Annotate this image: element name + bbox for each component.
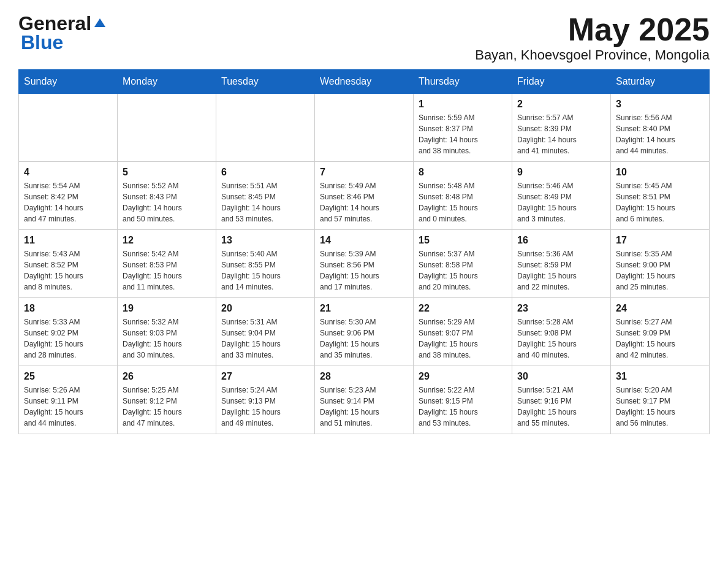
calendar-day-cell: 23Sunrise: 5:28 AM Sunset: 9:08 PM Dayli… (512, 298, 611, 366)
day-number: 25 (24, 371, 112, 382)
calendar-day-cell: 16Sunrise: 5:36 AM Sunset: 8:59 PM Dayli… (512, 230, 611, 298)
day-info: Sunrise: 5:39 AM Sunset: 8:56 PM Dayligh… (320, 248, 408, 293)
day-number: 16 (517, 235, 605, 246)
calendar-day-cell (216, 94, 315, 162)
day-info: Sunrise: 5:22 AM Sunset: 9:15 PM Dayligh… (419, 385, 507, 429)
day-info: Sunrise: 5:21 AM Sunset: 9:16 PM Dayligh… (517, 385, 605, 429)
calendar-day-cell (315, 94, 414, 162)
calendar-weekday-header: Thursday (414, 70, 512, 94)
calendar-day-cell: 24Sunrise: 5:27 AM Sunset: 9:09 PM Dayli… (611, 298, 710, 366)
day-number: 17 (616, 235, 704, 246)
calendar-day-cell: 26Sunrise: 5:25 AM Sunset: 9:12 PM Dayli… (118, 366, 216, 434)
day-info: Sunrise: 5:25 AM Sunset: 9:12 PM Dayligh… (123, 385, 211, 429)
day-info: Sunrise: 5:40 AM Sunset: 8:55 PM Dayligh… (221, 248, 309, 293)
day-info: Sunrise: 5:49 AM Sunset: 8:46 PM Dayligh… (320, 180, 408, 224)
day-info: Sunrise: 5:33 AM Sunset: 9:02 PM Dayligh… (24, 316, 112, 361)
day-info: Sunrise: 5:26 AM Sunset: 9:11 PM Dayligh… (24, 385, 112, 429)
calendar-day-cell: 2Sunrise: 5:57 AM Sunset: 8:39 PM Daylig… (512, 94, 611, 162)
calendar-weekday-header: Tuesday (216, 70, 315, 94)
day-info: Sunrise: 5:27 AM Sunset: 9:09 PM Dayligh… (616, 316, 704, 361)
day-info: Sunrise: 5:24 AM Sunset: 9:13 PM Dayligh… (221, 385, 309, 429)
calendar-day-cell: 13Sunrise: 5:40 AM Sunset: 8:55 PM Dayli… (216, 230, 315, 298)
calendar-week-row: 4Sunrise: 5:54 AM Sunset: 8:42 PM Daylig… (19, 162, 710, 230)
day-info: Sunrise: 5:31 AM Sunset: 9:04 PM Dayligh… (221, 316, 309, 361)
calendar-day-cell: 15Sunrise: 5:37 AM Sunset: 8:58 PM Dayli… (414, 230, 512, 298)
day-info: Sunrise: 5:56 AM Sunset: 8:40 PM Dayligh… (616, 112, 704, 156)
day-info: Sunrise: 5:45 AM Sunset: 8:51 PM Dayligh… (616, 180, 704, 224)
day-number: 29 (419, 371, 507, 382)
day-info: Sunrise: 5:54 AM Sunset: 8:42 PM Dayligh… (24, 180, 112, 224)
day-number: 26 (123, 371, 211, 382)
calendar-header-row: SundayMondayTuesdayWednesdayThursdayFrid… (19, 70, 710, 94)
logo-triangle-icon (93, 16, 107, 29)
calendar-day-cell: 14Sunrise: 5:39 AM Sunset: 8:56 PM Dayli… (315, 230, 414, 298)
day-info: Sunrise: 5:37 AM Sunset: 8:58 PM Dayligh… (419, 248, 507, 293)
calendar-day-cell: 21Sunrise: 5:30 AM Sunset: 9:06 PM Dayli… (315, 298, 414, 366)
day-number: 12 (123, 235, 211, 246)
day-info: Sunrise: 5:46 AM Sunset: 8:49 PM Dayligh… (517, 180, 605, 224)
day-info: Sunrise: 5:30 AM Sunset: 9:06 PM Dayligh… (320, 316, 408, 361)
calendar-day-cell: 30Sunrise: 5:21 AM Sunset: 9:16 PM Dayli… (512, 366, 611, 434)
calendar-day-cell: 5Sunrise: 5:52 AM Sunset: 8:43 PM Daylig… (118, 162, 216, 230)
calendar-day-cell: 25Sunrise: 5:26 AM Sunset: 9:11 PM Dayli… (19, 366, 118, 434)
calendar-week-row: 1Sunrise: 5:59 AM Sunset: 8:37 PM Daylig… (19, 94, 710, 162)
calendar-week-row: 11Sunrise: 5:43 AM Sunset: 8:52 PM Dayli… (19, 230, 710, 298)
calendar-table: SundayMondayTuesdayWednesdayThursdayFrid… (18, 69, 710, 434)
location-title: Bayan, Khoevsgoel Province, Mongolia (475, 47, 710, 63)
day-info: Sunrise: 5:42 AM Sunset: 8:53 PM Dayligh… (123, 248, 211, 293)
day-number: 31 (616, 371, 704, 382)
day-info: Sunrise: 5:52 AM Sunset: 8:43 PM Dayligh… (123, 180, 211, 224)
day-number: 7 (320, 167, 408, 178)
calendar-weekday-header: Wednesday (315, 70, 414, 94)
calendar-weekday-header: Sunday (19, 70, 118, 94)
day-number: 9 (517, 167, 605, 178)
day-info: Sunrise: 5:59 AM Sunset: 8:37 PM Dayligh… (419, 112, 507, 156)
calendar-day-cell: 19Sunrise: 5:32 AM Sunset: 9:03 PM Dayli… (118, 298, 216, 366)
day-number: 1 (419, 99, 507, 110)
day-info: Sunrise: 5:20 AM Sunset: 9:17 PM Dayligh… (616, 385, 704, 429)
day-info: Sunrise: 5:28 AM Sunset: 9:08 PM Dayligh… (517, 316, 605, 361)
calendar-day-cell: 12Sunrise: 5:42 AM Sunset: 8:53 PM Dayli… (118, 230, 216, 298)
day-info: Sunrise: 5:23 AM Sunset: 9:14 PM Dayligh… (320, 385, 408, 429)
calendar-day-cell: 3Sunrise: 5:56 AM Sunset: 8:40 PM Daylig… (611, 94, 710, 162)
day-number: 15 (419, 235, 507, 246)
day-number: 10 (616, 167, 704, 178)
calendar-day-cell: 10Sunrise: 5:45 AM Sunset: 8:51 PM Dayli… (611, 162, 710, 230)
day-number: 18 (24, 303, 112, 314)
day-number: 30 (517, 371, 605, 382)
calendar-day-cell: 11Sunrise: 5:43 AM Sunset: 8:52 PM Dayli… (19, 230, 118, 298)
calendar-weekday-header: Saturday (611, 70, 710, 94)
calendar-weekday-header: Friday (512, 70, 611, 94)
day-number: 20 (221, 303, 309, 314)
calendar-day-cell: 8Sunrise: 5:48 AM Sunset: 8:48 PM Daylig… (414, 162, 512, 230)
calendar-week-row: 18Sunrise: 5:33 AM Sunset: 9:02 PM Dayli… (19, 298, 710, 366)
calendar-day-cell: 1Sunrise: 5:59 AM Sunset: 8:37 PM Daylig… (414, 94, 512, 162)
day-number: 14 (320, 235, 408, 246)
title-section: May 2025 Bayan, Khoevsgoel Province, Mon… (475, 12, 710, 63)
day-number: 19 (123, 303, 211, 314)
day-info: Sunrise: 5:57 AM Sunset: 8:39 PM Dayligh… (517, 112, 605, 156)
day-info: Sunrise: 5:43 AM Sunset: 8:52 PM Dayligh… (24, 248, 112, 293)
calendar-day-cell: 9Sunrise: 5:46 AM Sunset: 8:49 PM Daylig… (512, 162, 611, 230)
day-number: 4 (24, 167, 112, 178)
day-number: 11 (24, 235, 112, 246)
calendar-day-cell: 27Sunrise: 5:24 AM Sunset: 9:13 PM Dayli… (216, 366, 315, 434)
calendar-day-cell: 17Sunrise: 5:35 AM Sunset: 9:00 PM Dayli… (611, 230, 710, 298)
calendar-day-cell: 31Sunrise: 5:20 AM Sunset: 9:17 PM Dayli… (611, 366, 710, 434)
calendar-day-cell: 28Sunrise: 5:23 AM Sunset: 9:14 PM Dayli… (315, 366, 414, 434)
calendar-day-cell: 29Sunrise: 5:22 AM Sunset: 9:15 PM Dayli… (414, 366, 512, 434)
day-number: 24 (616, 303, 704, 314)
calendar-week-row: 25Sunrise: 5:26 AM Sunset: 9:11 PM Dayli… (19, 366, 710, 434)
calendar-day-cell (19, 94, 118, 162)
calendar-day-cell: 4Sunrise: 5:54 AM Sunset: 8:42 PM Daylig… (19, 162, 118, 230)
calendar-day-cell (118, 94, 216, 162)
svg-marker-0 (94, 18, 105, 27)
day-number: 3 (616, 99, 704, 110)
day-info: Sunrise: 5:36 AM Sunset: 8:59 PM Dayligh… (517, 248, 605, 293)
day-number: 28 (320, 371, 408, 382)
page-header: General Blue May 2025 Bayan, Khoevsgoel … (18, 12, 710, 63)
day-number: 27 (221, 371, 309, 382)
calendar-day-cell: 7Sunrise: 5:49 AM Sunset: 8:46 PM Daylig… (315, 162, 414, 230)
day-info: Sunrise: 5:51 AM Sunset: 8:45 PM Dayligh… (221, 180, 309, 224)
calendar-day-cell: 18Sunrise: 5:33 AM Sunset: 9:02 PM Dayli… (19, 298, 118, 366)
